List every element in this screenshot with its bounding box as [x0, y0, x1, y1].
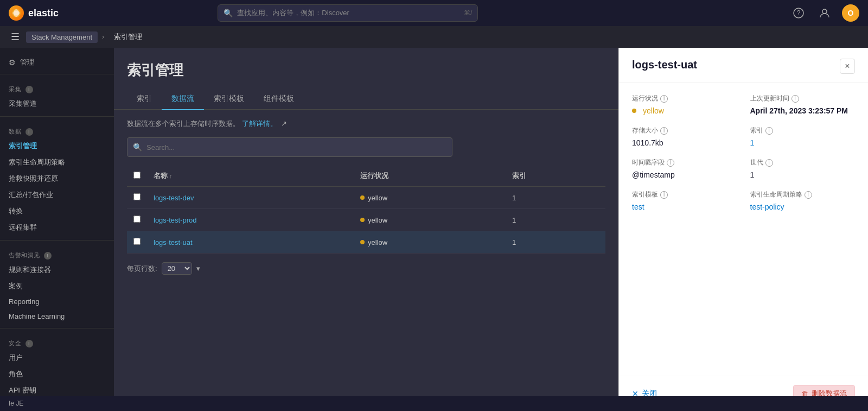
help-icon[interactable]: ? [790, 4, 807, 22]
detail-value-generation: 1 [750, 170, 856, 179]
sidebar-item-index-management[interactable]: 索引管理 [0, 138, 114, 154]
last-update-info-icon[interactable]: i [792, 95, 799, 103]
tab-component-templates[interactable]: 组件模板 [254, 88, 304, 110]
table-row[interactable]: logs-test-uat yellow 1 [127, 231, 605, 254]
user-avatar[interactable]: O [842, 4, 859, 22]
row-name-uat[interactable]: logs-test-uat [154, 238, 193, 246]
detail-label-generation: 世代 i [750, 158, 856, 167]
row-checkbox-uat[interactable] [133, 238, 141, 245]
row-index-uat: 1 [506, 231, 605, 254]
top-navigation: elastic 🔍 查找应用、内容等，例如：Discover ⌘/ ? O [0, 0, 868, 26]
search-icon: 🔍 [224, 9, 233, 17]
tabs-bar: 索引 数据流 索引模板 组件模板 [114, 88, 618, 110]
info-link[interactable]: 了解详情。 [242, 119, 277, 128]
elastic-logo[interactable]: elastic [9, 5, 59, 21]
index-info-icon[interactable]: i [765, 127, 773, 135]
sidebar-item-pipeline[interactable]: 采集管道 [0, 96, 114, 112]
row-index-dev: 1 [506, 187, 605, 209]
table-search-icon: 🔍 [133, 143, 142, 151]
sidebar-item-snapshot[interactable]: 抢救快照并还原 [0, 170, 114, 187]
bottom-bar-text: Ie JE [9, 400, 23, 407]
detail-value-ilm-policy: test-policy [750, 203, 856, 211]
detail-close-button[interactable]: × [840, 59, 855, 74]
generation-info-icon[interactable]: i [765, 159, 773, 167]
table-search-input[interactable] [146, 143, 446, 151]
table-row[interactable]: logs-test-prod yellow 1 [127, 209, 605, 231]
name-sort-button[interactable]: 名称 [154, 172, 173, 180]
detail-value-last-update: April 27th, 2023 3:23:57 PM [750, 106, 856, 115]
alerts-info-icon: i [44, 252, 52, 260]
sidebar-item-transforms[interactable]: 转换 [0, 203, 114, 219]
time-field-info-icon[interactable]: i [667, 159, 674, 167]
tab-index-templates[interactable]: 索引模板 [204, 88, 254, 110]
col-status-header: 运行状况 [354, 166, 506, 187]
sidebar-item-roles[interactable]: 角色 [0, 366, 114, 382]
row-status-prod: yellow [360, 216, 499, 224]
search-row: 🔍 [127, 137, 605, 157]
detail-label-index-template: 索引模板 i [632, 190, 737, 199]
status-dot-prod [360, 218, 365, 222]
sidebar-item-rollup[interactable]: 汇总/打包作业 [0, 187, 114, 203]
sidebar-item-ml[interactable]: Machine Learning [0, 309, 114, 324]
detail-field-run-status: 运行状况 i yellow [632, 94, 737, 115]
per-page-label: 每页行数: [127, 264, 157, 274]
sidebar-management-label: 管理 [20, 58, 34, 67]
index-template-link[interactable]: test [632, 203, 644, 211]
sidebar-item-ilm[interactable]: 索引生命周期策略 [0, 154, 114, 170]
run-status-info-icon[interactable]: i [660, 95, 668, 103]
tab-data-streams[interactable]: 数据流 [162, 88, 204, 110]
user-menu-icon[interactable] [816, 4, 833, 22]
pagination-dropdown-icon: ▾ [196, 264, 200, 273]
sidebar-item-users[interactable]: 用户 [0, 350, 114, 366]
detail-panel: logs-test-uat × 运行状况 i yellow [618, 48, 868, 411]
table-container: 数据流在多个索引上存储时序数据。 了解详情。 ↗ 🔍 [114, 110, 618, 283]
sidebar-item-rules[interactable]: 规则和连接器 [0, 262, 114, 278]
sidebar-section-data: 数据 i [0, 121, 114, 138]
detail-value-index-template: test [632, 203, 737, 211]
breadcrumb-index-management: 索引管理 [108, 31, 148, 43]
detail-label-run-status: 运行状况 i [632, 94, 737, 103]
row-status-dev: yellow [360, 194, 499, 202]
security-info-icon: i [25, 340, 33, 347]
ilm-policy-link[interactable]: test-policy [750, 203, 784, 211]
sidebar-item-cases[interactable]: 案例 [0, 278, 114, 294]
table-row[interactable]: logs-test-dev yellow 1 [127, 187, 605, 209]
sidebar-management-header: ⚙ 管理 [0, 52, 114, 69]
sidebar-item-remote-cluster[interactable]: 远程集群 [0, 219, 114, 236]
row-status-uat: yellow [360, 238, 499, 246]
sidebar-section-collection: 采集 i [0, 79, 114, 96]
detail-field-time-field: 时间戳字段 i @timestamp [632, 158, 737, 179]
detail-grid: 运行状况 i yellow 上次更新时间 i April 27th, 2023 … [632, 94, 855, 211]
page-title: 索引管理 [114, 48, 618, 80]
per-page-select[interactable]: 20 10 50 100 [162, 262, 192, 275]
row-index-prod: 1 [506, 209, 605, 231]
row-name-prod[interactable]: logs-test-prod [154, 216, 196, 224]
run-status-dot [632, 109, 636, 113]
breadcrumb-separator: › [102, 33, 104, 41]
sidebar-item-reporting[interactable]: Reporting [0, 294, 114, 309]
col-index-header: 索引 [506, 166, 605, 187]
col-name-header[interactable]: 名称 [147, 166, 354, 187]
breadcrumb-stack-management[interactable]: Stack Management [26, 31, 98, 43]
gear-icon: ⚙ [9, 58, 16, 67]
row-checkbox-dev[interactable] [133, 193, 141, 200]
row-checkbox-prod[interactable] [133, 216, 141, 223]
sidebar-toggle-button[interactable]: ☰ [9, 29, 22, 45]
pagination-row: 每页行数: 20 10 50 100 ▾ [127, 254, 605, 275]
data-info-icon: i [25, 128, 33, 136]
svg-text:?: ? [797, 9, 801, 17]
elastic-logo-icon [9, 5, 24, 21]
select-all-checkbox[interactable] [133, 172, 141, 179]
info-text: 数据流在多个索引上存储时序数据。 [127, 119, 240, 128]
ilm-policy-info-icon[interactable]: i [805, 191, 812, 199]
index-link[interactable]: 1 [750, 138, 755, 147]
data-streams-table: 名称 运行状况 索引 logs-test-dev yellow [127, 166, 605, 254]
index-template-info-icon[interactable]: i [660, 191, 668, 199]
global-search-bar[interactable]: 🔍 查找应用、内容等，例如：Discover ⌘/ [218, 4, 478, 22]
table-search-wrap[interactable]: 🔍 [127, 137, 452, 157]
detail-value-storage: 1010.7kb [632, 138, 737, 147]
row-name-dev[interactable]: logs-test-dev [154, 194, 194, 202]
tab-index[interactable]: 索引 [127, 88, 162, 110]
sidebar-section-security: 安全 i [0, 333, 114, 350]
storage-info-icon[interactable]: i [660, 127, 668, 135]
